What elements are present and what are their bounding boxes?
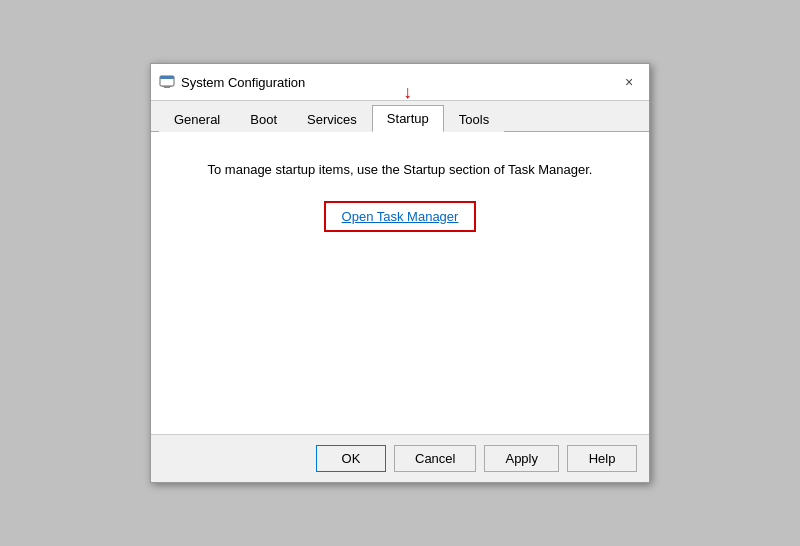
close-button[interactable]: × [617,70,641,94]
tab-startup[interactable]: Startup [372,105,444,132]
tab-general[interactable]: General [159,106,235,132]
window-icon [159,74,175,90]
help-button[interactable]: Help [567,445,637,472]
title-bar: System Configuration × [151,64,649,101]
tabs-bar: General Boot Services ↓ Startup Tools [151,101,649,132]
apply-button[interactable]: Apply [484,445,559,472]
startup-tab-container: ↓ Startup [372,105,444,131]
title-bar-left: System Configuration [159,74,305,90]
tab-tools[interactable]: Tools [444,106,504,132]
footer: OK Cancel Apply Help [151,434,649,482]
ok-button[interactable]: OK [316,445,386,472]
cancel-button[interactable]: Cancel [394,445,476,472]
open-task-manager-link[interactable]: Open Task Manager [342,209,459,224]
info-text: To manage startup items, use the Startup… [208,162,593,177]
tab-services[interactable]: Services [292,106,372,132]
content-area: To manage startup items, use the Startup… [151,132,649,434]
system-configuration-dialog: System Configuration × General Boot Serv… [150,63,650,483]
svg-rect-2 [162,86,172,87]
open-task-manager-box: Open Task Manager [324,201,477,232]
svg-rect-1 [160,76,174,79]
svg-rect-3 [164,87,170,88]
tab-boot[interactable]: Boot [235,106,292,132]
window-title: System Configuration [181,75,305,90]
